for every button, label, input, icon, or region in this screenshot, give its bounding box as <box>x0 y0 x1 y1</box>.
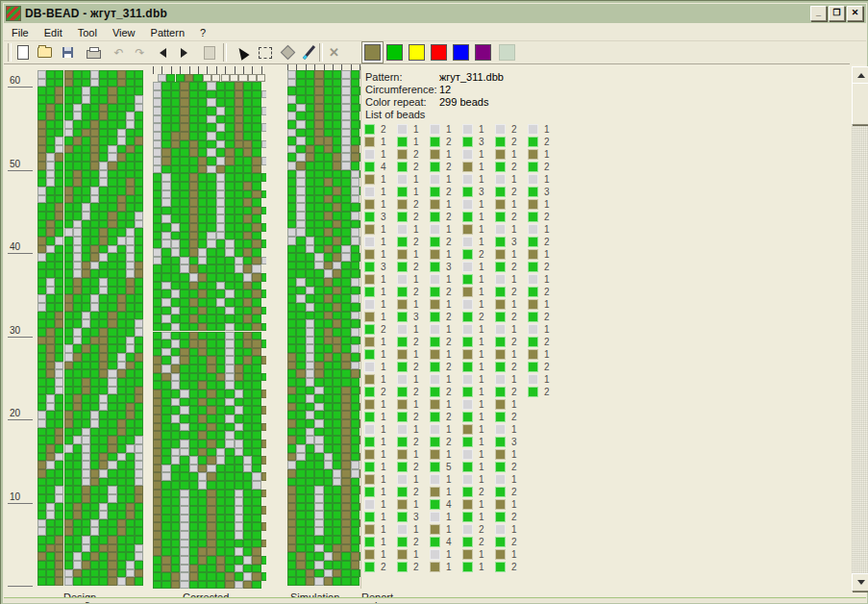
bead[interactable] <box>306 79 314 88</box>
bead[interactable] <box>341 328 350 337</box>
bead[interactable] <box>341 187 350 195</box>
bead[interactable] <box>225 232 234 240</box>
bead[interactable] <box>73 378 82 387</box>
bead[interactable] <box>351 170 360 179</box>
bead[interactable] <box>82 294 90 303</box>
bead[interactable] <box>37 419 46 428</box>
bead[interactable] <box>90 527 99 536</box>
bead[interactable] <box>333 303 341 312</box>
bead[interactable] <box>341 403 350 412</box>
bead[interactable] <box>333 419 341 428</box>
bead[interactable] <box>135 353 143 362</box>
bead[interactable] <box>171 356 180 365</box>
bead[interactable] <box>341 527 350 536</box>
bead[interactable] <box>55 245 63 254</box>
bead[interactable] <box>207 123 215 132</box>
bead[interactable] <box>235 82 243 90</box>
bead[interactable] <box>180 282 188 290</box>
bead[interactable] <box>314 337 323 345</box>
bead[interactable] <box>341 387 350 395</box>
bead[interactable] <box>126 436 135 444</box>
bead[interactable] <box>82 362 90 370</box>
bead[interactable] <box>82 245 90 254</box>
bead[interactable] <box>341 203 350 212</box>
bead[interactable] <box>198 490 207 498</box>
bead[interactable] <box>171 190 180 199</box>
bead[interactable] <box>287 486 296 494</box>
bead[interactable] <box>135 403 143 412</box>
bead[interactable] <box>46 353 55 362</box>
bead[interactable] <box>296 228 305 237</box>
bead[interactable] <box>82 561 90 569</box>
bead[interactable] <box>341 337 350 345</box>
bead[interactable] <box>216 398 225 407</box>
bead[interactable] <box>225 273 234 282</box>
bead[interactable] <box>252 140 260 149</box>
bead[interactable] <box>73 262 82 270</box>
bead[interactable] <box>207 214 215 223</box>
bead[interactable] <box>126 253 135 262</box>
bead[interactable] <box>198 323 207 332</box>
bead[interactable] <box>37 503 46 512</box>
bead[interactable] <box>90 362 99 370</box>
color-swatch-1[interactable] <box>386 44 403 61</box>
bead[interactable] <box>296 369 305 378</box>
bead[interactable] <box>306 527 314 536</box>
bead[interactable] <box>216 298 225 307</box>
bead[interactable] <box>171 165 180 174</box>
bead[interactable] <box>108 444 116 453</box>
bead[interactable] <box>198 415 207 423</box>
bead[interactable] <box>225 515 234 523</box>
bead[interactable] <box>171 423 180 432</box>
bead[interactable] <box>108 112 116 120</box>
bead[interactable] <box>55 337 63 345</box>
bead[interactable] <box>314 187 323 195</box>
bead[interactable] <box>324 95 333 104</box>
bead[interactable] <box>135 87 143 95</box>
bead[interactable] <box>99 187 108 195</box>
bead[interactable] <box>82 344 90 353</box>
bead[interactable] <box>324 527 333 536</box>
bead[interactable] <box>171 415 180 423</box>
bead[interactable] <box>207 472 215 481</box>
pointer-tool-button[interactable] <box>233 43 251 62</box>
bead[interactable] <box>351 444 360 453</box>
bead[interactable] <box>189 264 198 273</box>
bead[interactable] <box>324 87 333 95</box>
color-swatch-4[interactable] <box>453 44 469 61</box>
bead[interactable] <box>341 419 350 428</box>
bead[interactable] <box>216 190 225 199</box>
bead[interactable] <box>135 436 143 444</box>
bead[interactable] <box>351 486 360 494</box>
bead[interactable] <box>55 70 63 79</box>
bead[interactable] <box>171 456 180 465</box>
bead[interactable] <box>333 552 341 561</box>
bead[interactable] <box>171 123 180 132</box>
bead[interactable] <box>90 129 99 138</box>
bead[interactable] <box>55 453 63 462</box>
bead[interactable] <box>46 478 55 487</box>
bead[interactable] <box>351 278 360 287</box>
bead[interactable] <box>198 173 207 182</box>
bead[interactable] <box>207 148 215 157</box>
bead[interactable] <box>198 182 207 190</box>
bead[interactable] <box>243 282 252 290</box>
bead[interactable] <box>82 287 90 295</box>
bead[interactable] <box>252 356 260 365</box>
bead[interactable] <box>37 378 46 387</box>
bead[interactable] <box>64 486 73 494</box>
bead[interactable] <box>99 228 108 237</box>
bead[interactable] <box>55 469 63 478</box>
bead[interactable] <box>243 481 252 490</box>
bead[interactable] <box>161 581 170 590</box>
bead[interactable] <box>341 577 350 586</box>
bead[interactable] <box>82 220 90 229</box>
bead[interactable] <box>189 497 198 506</box>
bead[interactable] <box>99 162 108 170</box>
bead[interactable] <box>189 348 198 357</box>
bead[interactable] <box>261 540 266 548</box>
bead[interactable] <box>161 264 170 273</box>
bead[interactable] <box>90 312 99 320</box>
bead[interactable] <box>189 214 198 223</box>
bead[interactable] <box>306 362 314 370</box>
